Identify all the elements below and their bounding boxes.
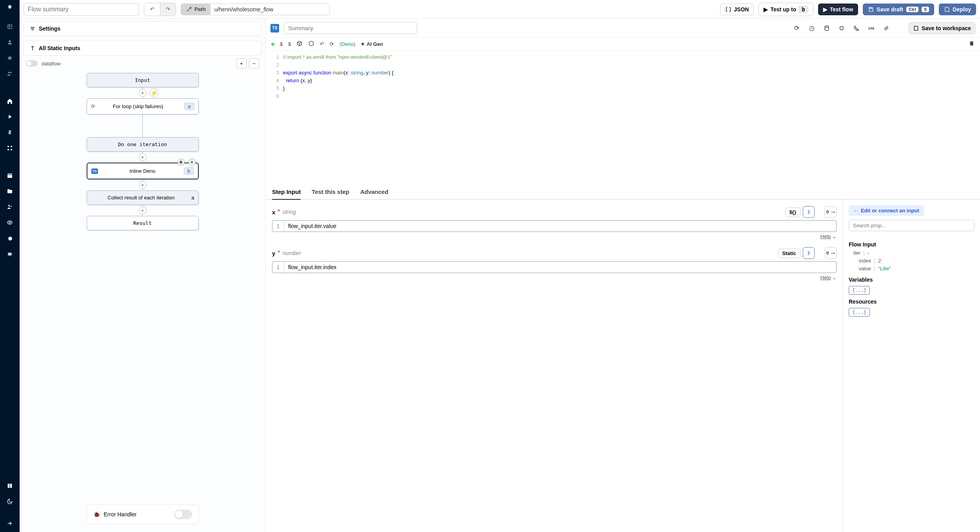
add-step-button[interactable]: + (139, 181, 147, 189)
ai-gen-button[interactable]: ✦ AI Gen (361, 41, 383, 47)
timer-icon[interactable]: ◷ (807, 23, 817, 33)
nav-folder-icon[interactable] (0, 184, 19, 198)
error-handler-toggle[interactable] (174, 510, 192, 519)
test-flow-button[interactable]: ▶Test flow (818, 4, 858, 15)
node-for-loop[interactable]: ⟳ For loop (skip failures) a (87, 98, 199, 114)
input-y-mode[interactable]: Static (778, 248, 800, 258)
connector: + (142, 152, 143, 163)
zoom-out-button[interactable]: − (249, 58, 259, 69)
phone-icon[interactable] (851, 23, 862, 33)
save-to-workspace-button[interactable]: Save to workspace (909, 22, 975, 34)
stop-icon[interactable] (837, 23, 847, 33)
nav-gear-icon[interactable] (0, 231, 19, 245)
tab-advanced[interactable]: Advanced (360, 185, 388, 200)
flow-summary-input[interactable] (24, 3, 139, 16)
input-x-value[interactable]: 1 flow_input.iter.value (272, 220, 837, 232)
resources-expand-button[interactable]: {...} (849, 308, 870, 317)
nav-workspace-icon[interactable] (0, 20, 19, 34)
path-group: Path u/henri/wholesome_flow (181, 4, 330, 15)
trigger-icon[interactable]: ⚡ (149, 88, 159, 98)
nav-robot-icon[interactable] (0, 247, 19, 261)
nav-collapse-icon[interactable] (0, 516, 19, 530)
cube-icon[interactable] (308, 40, 314, 48)
db-icon[interactable] (822, 23, 832, 33)
dollar-icon[interactable]: $ (280, 41, 283, 47)
loop-icon: ⟳ (91, 103, 95, 109)
fx-button[interactable] (803, 247, 815, 259)
nav-user-icon[interactable] (0, 35, 19, 49)
reload-icon[interactable]: ⟳ (330, 41, 334, 47)
plug-connect-button[interactable]: → (825, 206, 837, 218)
flow-canvas[interactable]: Input + ⚡ ⟳ For loop (skip failures) a D… (20, 69, 265, 532)
nav-resource-icon[interactable] (0, 141, 19, 155)
svg-point-13 (9, 254, 9, 255)
node-inline-deno[interactable]: ✥ ✕ TS Inline Deno b (87, 163, 199, 179)
nav-home-icon[interactable] (0, 94, 19, 108)
add-step-button[interactable]: + (139, 153, 147, 161)
add-step-button[interactable]: + (139, 206, 147, 214)
input-x-mode[interactable]: ${} (785, 207, 800, 217)
test-up-to-button[interactable]: ▶Test up to b (759, 3, 813, 16)
nav-play-icon[interactable] (0, 110, 19, 124)
add-step-button[interactable]: + (139, 89, 147, 97)
svg-rect-0 (8, 25, 12, 29)
svg-point-5 (11, 146, 12, 147)
node-collect-result[interactable]: Collect result of each iteration a (87, 190, 199, 205)
flow-input-heading: Flow Input (849, 241, 975, 248)
nav-book-icon[interactable] (0, 479, 19, 493)
path-button[interactable]: Path (181, 4, 211, 15)
clipboard-icon[interactable] (968, 40, 975, 48)
settings-row[interactable]: Settings (24, 21, 261, 36)
nav-team-icon[interactable] (0, 200, 19, 214)
edit-connect-button[interactable]: ← Edit or connect an input (849, 205, 924, 216)
help-link[interactable]: Help ⌄ (272, 273, 837, 280)
nav-star-icon[interactable] (0, 51, 19, 65)
path-value: u/henri/wholesome_flow (211, 4, 329, 15)
refresh-icon[interactable]: ⟳ (792, 23, 802, 33)
tab-test-step[interactable]: Test this step (312, 185, 349, 200)
line-gutter: 123456 (266, 51, 283, 184)
error-handler-row[interactable]: 🐞 Error Handler (87, 505, 199, 524)
ts-icon: TS (270, 24, 279, 33)
code-content[interactable]: // import * as wmill from "npm:windmill-… (283, 51, 394, 184)
nav-moon-icon[interactable] (0, 494, 19, 508)
delete-node-button[interactable]: ✕ (189, 159, 196, 166)
node-do-one-iteration[interactable]: Do one iteration (87, 137, 199, 152)
tab-step-input[interactable]: Step Input (272, 185, 301, 200)
plug-connect-button[interactable]: → (825, 247, 837, 259)
redo-button[interactable]: ↷ (160, 3, 176, 16)
help-link[interactable]: Help ⌄ (272, 232, 837, 239)
fx-button[interactable] (803, 206, 815, 218)
bed-icon[interactable] (866, 23, 877, 33)
svg-point-15 (825, 26, 828, 27)
json-button[interactable]: JSON (720, 4, 754, 15)
dollar-icon[interactable]: $ (288, 41, 291, 47)
input-y-value[interactable]: 1 flow_input.iter.index (272, 261, 837, 273)
save-draft-button[interactable]: Save draft Ctrl S (863, 4, 934, 15)
inspect-column: ← Edit or connect an input Flow Input it… (843, 200, 980, 532)
cube-icon[interactable] (296, 40, 303, 48)
node-result[interactable]: Result (87, 216, 199, 230)
variables-expand-button[interactable]: {...} (849, 286, 870, 295)
nav-calendar-icon[interactable] (0, 168, 19, 183)
move-handle-icon[interactable]: ✥ (178, 159, 185, 166)
path-label: Path (194, 6, 206, 12)
code-editor[interactable]: 123456 // import * as wmill from "npm:wi… (266, 51, 980, 184)
step-summary-input[interactable] (284, 22, 417, 34)
undo-icon[interactable]: ↶ (320, 41, 324, 47)
all-static-inputs-row[interactable]: All Static Inputs (24, 41, 261, 56)
dataflow-toggle[interactable] (26, 60, 38, 67)
nav-dollar-icon[interactable] (0, 125, 19, 139)
nav-eye-icon[interactable] (0, 215, 19, 230)
nav-users-icon[interactable] (0, 67, 19, 81)
search-prop-input[interactable] (849, 220, 975, 231)
svg-rect-17 (970, 42, 973, 46)
left-nav (0, 0, 20, 532)
right-pane-header: TS ⟳ ◷ Save to workspace (266, 19, 980, 38)
undo-button[interactable]: ↶ (144, 3, 160, 16)
deploy-button[interactable]: Deploy (939, 4, 976, 15)
zoom-in-button[interactable]: + (236, 58, 247, 69)
link-icon[interactable] (881, 23, 891, 33)
node-input[interactable]: Input (87, 73, 199, 87)
svg-point-9 (8, 205, 10, 206)
